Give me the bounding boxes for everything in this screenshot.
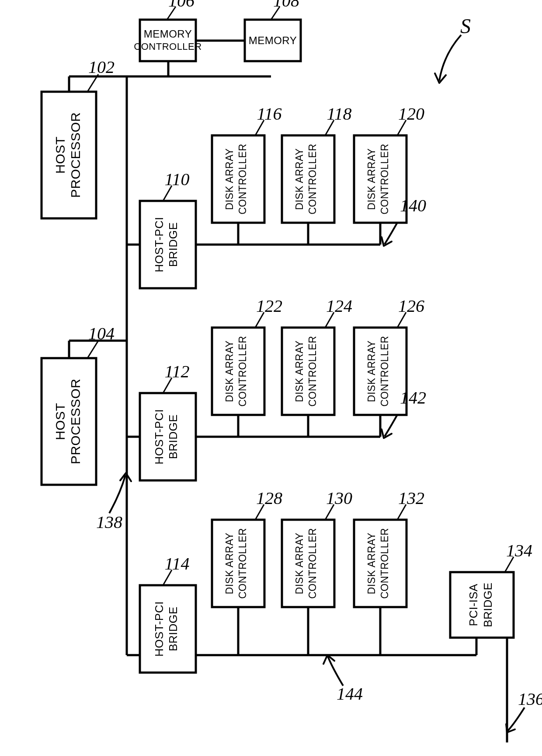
- dac-120-block: DISK ARRAY CONTROLLER: [354, 135, 406, 223]
- ref-130: 130: [326, 488, 352, 508]
- dac128-l1: DISK ARRAY: [224, 532, 235, 594]
- dac130-l1: DISK ARRAY: [294, 532, 305, 594]
- host-processor-1-block: HOST PROCESSOR: [42, 92, 96, 218]
- ref-140: 140: [400, 196, 426, 215]
- ref-120: 120: [398, 104, 424, 124]
- pciisa-l2: BRIDGE: [481, 583, 494, 628]
- dac-122-block: DISK ARRAY CONTROLLER: [212, 328, 264, 415]
- ref-138: 138: [96, 512, 122, 532]
- dac-130-block: DISK ARRAY CONTROLLER: [282, 520, 334, 607]
- dac120-l1: DISK ARRAY: [366, 148, 377, 210]
- dac132-l1: DISK ARRAY: [366, 532, 377, 594]
- memory-controller-block: MEMORY CONTROLLER: [134, 20, 202, 61]
- pci-isa-bridge-block: PCI-ISA BRIDGE: [450, 572, 514, 638]
- svg-rect-2: [140, 20, 196, 61]
- dac124-l2: CONTROLLER: [307, 336, 318, 407]
- ref-128: 128: [256, 488, 282, 508]
- ref-114: 114: [164, 554, 189, 573]
- ref-144: 144: [337, 684, 363, 704]
- dac122-l2: CONTROLLER: [237, 336, 248, 407]
- dac118-l2: CONTROLLER: [307, 144, 318, 214]
- leader-138: [109, 475, 125, 513]
- pciisa-l1: PCI-ISA: [467, 583, 480, 626]
- leader-136: [508, 708, 525, 731]
- ref-124: 124: [326, 296, 352, 316]
- bridge2-l1: HOST-PCI: [153, 409, 166, 465]
- ref-110: 110: [164, 169, 189, 189]
- bridge1-l1: HOST-PCI: [153, 217, 166, 273]
- dac116-l1: DISK ARRAY: [224, 148, 235, 210]
- bridge3-l2: BRIDGE: [167, 607, 180, 652]
- dac116-l2: CONTROLLER: [237, 144, 248, 214]
- ref-134: 134: [506, 541, 532, 560]
- dac-116-block: DISK ARRAY CONTROLLER: [212, 135, 264, 223]
- host-proc-1-l2: PROCESSOR: [68, 112, 83, 198]
- memctrl-l1: MEMORY: [144, 28, 192, 40]
- ref-108: 108: [273, 0, 299, 10]
- dac-132-block: DISK ARRAY CONTROLLER: [354, 520, 406, 607]
- ref-142: 142: [400, 388, 426, 407]
- bridge1-l2: BRIDGE: [167, 222, 180, 267]
- bridge2-l2: BRIDGE: [167, 414, 180, 459]
- host-proc-2-l2: PROCESSOR: [68, 379, 83, 464]
- dac122-l1: DISK ARRAY: [224, 340, 235, 402]
- ref-132: 132: [398, 488, 424, 508]
- ref-112: 112: [164, 362, 189, 381]
- dac128-l2: CONTROLLER: [237, 528, 248, 599]
- dac-124-block: DISK ARRAY CONTROLLER: [282, 328, 334, 415]
- ref-106: 106: [168, 0, 195, 10]
- dac-126-block: DISK ARRAY CONTROLLER: [354, 328, 406, 415]
- dac120-l2: CONTROLLER: [379, 144, 390, 214]
- host-processor-2-block: HOST PROCESSOR: [42, 358, 96, 485]
- dac130-l2: CONTROLLER: [307, 528, 318, 599]
- dac-128-block: DISK ARRAY CONTROLLER: [212, 520, 264, 607]
- dac126-l1: DISK ARRAY: [366, 340, 377, 402]
- ref-136: 136: [518, 689, 542, 709]
- memctrl-l2: CONTROLLER: [134, 41, 202, 52]
- dac126-l2: CONTROLLER: [379, 336, 390, 407]
- host-pci-bridge-3-block: HOST-PCI BRIDGE: [140, 585, 196, 673]
- leader-s: [439, 35, 461, 81]
- host-pci-bridge-2-block: HOST-PCI BRIDGE: [140, 393, 196, 480]
- ref-126: 126: [398, 296, 424, 316]
- leader-144: [328, 656, 343, 686]
- ref-118: 118: [327, 104, 351, 124]
- host-pci-bridge-1-block: HOST-PCI BRIDGE: [140, 201, 196, 288]
- dac118-l1: DISK ARRAY: [294, 148, 305, 210]
- memory-l1: MEMORY: [249, 35, 297, 46]
- dac-118-block: DISK ARRAY CONTROLLER: [282, 135, 334, 223]
- ref-122: 122: [256, 296, 282, 316]
- memory-block: MEMORY: [245, 20, 301, 61]
- dac132-l2: CONTROLLER: [379, 528, 390, 599]
- ref-116: 116: [257, 104, 281, 124]
- ref-102: 102: [88, 57, 115, 77]
- host-proc-1-l1: HOST: [53, 136, 67, 173]
- ref-104: 104: [88, 324, 115, 343]
- dac124-l1: DISK ARRAY: [294, 340, 305, 402]
- bridge3-l1: HOST-PCI: [153, 601, 166, 657]
- host-proc-2-l1: HOST: [53, 403, 67, 440]
- system-label: S: [460, 14, 471, 38]
